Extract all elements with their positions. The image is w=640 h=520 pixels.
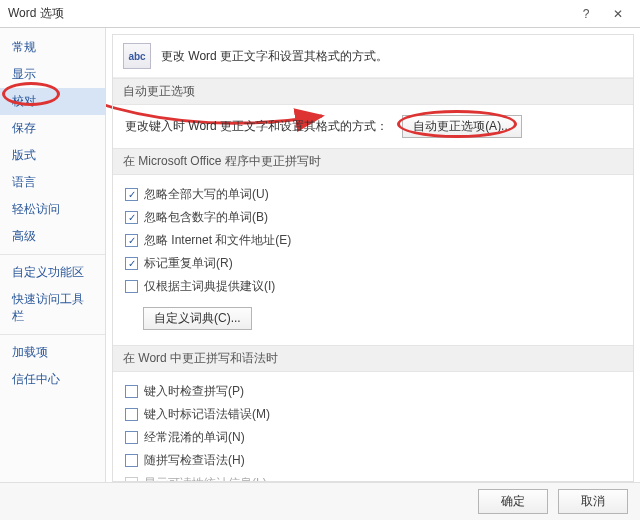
section-word-spell-title: 在 Word 中更正拼写和语法时 xyxy=(113,345,633,372)
page-summary: 更改 Word 更正文字和设置其格式的方式。 xyxy=(161,48,388,65)
checkbox-ignore-urls[interactable]: ✓ xyxy=(125,234,138,247)
section-office-spell-title: 在 Microsoft Office 程序中更正拼写时 xyxy=(113,148,633,175)
checkbox-label: 随拼写检查语法(H) xyxy=(144,452,245,469)
sidebar-item-layout[interactable]: 版式 xyxy=(0,142,105,169)
checkbox-label: 经常混淆的单词(N) xyxy=(144,429,245,446)
checkbox-ignore-uppercase[interactable]: ✓ xyxy=(125,188,138,201)
checkbox-confused-words[interactable] xyxy=(125,431,138,444)
sidebar-item-trust[interactable]: 信任中心 xyxy=(0,366,105,393)
help-button[interactable]: ? xyxy=(570,3,602,25)
close-button[interactable]: ✕ xyxy=(602,3,634,25)
checkbox-grammar-with-spell[interactable] xyxy=(125,454,138,467)
ok-button[interactable]: 确定 xyxy=(478,489,548,514)
custom-dictionaries-button[interactable]: 自定义词典(C)... xyxy=(143,307,252,330)
sidebar-item-ribbon[interactable]: 自定义功能区 xyxy=(0,259,105,286)
sidebar-item-addins[interactable]: 加载项 xyxy=(0,339,105,366)
sidebar-nav: 常规 显示 校对 保存 版式 语言 轻松访问 高级 自定义功能区 快速访问工具栏… xyxy=(0,28,106,482)
sidebar-item-advanced[interactable]: 高级 xyxy=(0,223,105,250)
checkbox-label: 仅根据主词典提供建议(I) xyxy=(144,278,275,295)
checkbox-label: 键入时标记语法错误(M) xyxy=(144,406,270,423)
sidebar-divider xyxy=(0,334,105,335)
checkbox-flag-repeated[interactable]: ✓ xyxy=(125,257,138,270)
sidebar-item-language[interactable]: 语言 xyxy=(0,169,105,196)
sidebar-item-save[interactable]: 保存 xyxy=(0,115,105,142)
checkbox-readability xyxy=(125,477,138,482)
checkbox-label: 显示可读性统计信息(L) xyxy=(144,475,267,482)
checkbox-label: 忽略 Internet 和文件地址(E) xyxy=(144,232,291,249)
cancel-button[interactable]: 取消 xyxy=(558,489,628,514)
checkbox-label: 忽略包含数字的单词(B) xyxy=(144,209,268,226)
sidebar-item-accessibility[interactable]: 轻松访问 xyxy=(0,196,105,223)
checkbox-ignore-numbers[interactable]: ✓ xyxy=(125,211,138,224)
checkbox-main-dict-only[interactable] xyxy=(125,280,138,293)
sidebar-item-display[interactable]: 显示 xyxy=(0,61,105,88)
sidebar-item-general[interactable]: 常规 xyxy=(0,34,105,61)
autocorrect-desc: 更改键入时 Word 更正文字和设置其格式的方式： xyxy=(125,118,388,135)
checkbox-grammar-typing[interactable] xyxy=(125,408,138,421)
sidebar-divider xyxy=(0,254,105,255)
sidebar-item-proofing[interactable]: 校对 xyxy=(0,88,105,115)
proofing-icon: abc xyxy=(123,43,151,69)
checkbox-label: 键入时检查拼写(P) xyxy=(144,383,244,400)
checkbox-label: 标记重复单词(R) xyxy=(144,255,233,272)
autocorrect-options-button[interactable]: 自动更正选项(A)... xyxy=(402,115,522,138)
window-title: Word 选项 xyxy=(8,5,570,22)
checkbox-spellcheck-typing[interactable] xyxy=(125,385,138,398)
checkbox-label: 忽略全部大写的单词(U) xyxy=(144,186,269,203)
section-autocorrect-title: 自动更正选项 xyxy=(113,78,633,105)
sidebar-item-qat[interactable]: 快速访问工具栏 xyxy=(0,286,105,330)
